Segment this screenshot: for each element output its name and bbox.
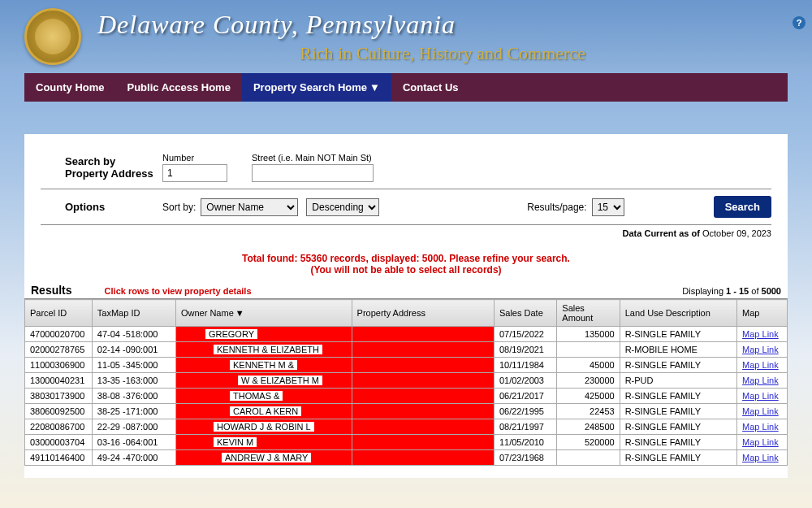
map-link[interactable]: Map Link xyxy=(742,406,779,416)
cell-map: Map Link xyxy=(737,327,788,342)
table-row[interactable]: 4911014640049-24 -470:000ANDREW J & MARY… xyxy=(25,450,788,466)
owner-text: THOMAS & xyxy=(230,391,283,401)
cell-sales-amount xyxy=(557,342,620,358)
owner-text: ANDREW J & MARY xyxy=(222,453,311,462)
cell-parcel-id: 03000003704 xyxy=(25,435,93,450)
results-per-page-select[interactable]: 15 xyxy=(592,198,624,216)
sort-by-label: Sort by: xyxy=(162,202,196,213)
table-row[interactable]: 3806009250038-25 -171:000CAROL A KERN06/… xyxy=(25,404,788,419)
cell-sales-date: 06/22/1995 xyxy=(494,404,556,419)
county-seal-logo xyxy=(24,8,81,65)
cell-sales-date: 08/21/1997 xyxy=(494,419,556,435)
cell-property-address xyxy=(352,435,494,450)
table-row[interactable]: 2208008670022-29 -087:000HOWARD J & ROBI… xyxy=(25,419,788,435)
cell-owner-name: KENNETH M & xyxy=(175,358,352,373)
displaying-range: 1 - 15 xyxy=(726,286,749,296)
cell-parcel-id: 13000040231 xyxy=(25,373,93,389)
data-current-label: Data Current as of xyxy=(623,228,700,238)
map-link[interactable]: Map Link xyxy=(742,376,779,385)
cell-sales-amount: 230000 xyxy=(557,373,620,389)
options-section-label: Options xyxy=(41,201,162,213)
col-parcel-id[interactable]: Parcel ID xyxy=(25,300,93,327)
col-property-address[interactable]: Property Address xyxy=(352,300,494,327)
sort-by-select[interactable]: Owner Name xyxy=(201,198,298,216)
results-header: Results Click rows to view property deta… xyxy=(24,284,788,299)
sort-desc-icon: ▼ xyxy=(235,308,244,318)
cell-owner-name: W & ELIZABETH M xyxy=(175,373,352,389)
col-taxmap-id[interactable]: TaxMap ID xyxy=(92,300,175,327)
search-button[interactable]: Search xyxy=(714,196,771,218)
cell-land-use: R-SINGLE FAMILY xyxy=(620,404,736,419)
nav-property-search-home[interactable]: Property Search Home▼ xyxy=(242,73,391,102)
cell-parcel-id: 22080086700 xyxy=(25,419,93,435)
cell-taxmap-id: 03-16 -064:001 xyxy=(92,435,175,450)
col-sales-date[interactable]: Sales Date xyxy=(494,300,556,327)
map-link[interactable]: Map Link xyxy=(742,437,779,447)
col-land-use[interactable]: Land Use Description xyxy=(620,300,736,327)
results-table: Parcel ID TaxMap ID Owner Name▼ Property… xyxy=(24,299,788,466)
map-link[interactable]: Map Link xyxy=(742,329,779,339)
street-label: Street (i.e. Main NOT Main St) xyxy=(252,153,374,163)
cell-sales-amount: 248500 xyxy=(557,419,620,435)
cell-land-use: R-SINGLE FAMILY xyxy=(620,389,736,404)
cell-owner-name: CAROL A KERN xyxy=(175,404,352,419)
cell-taxmap-id: 38-08 -376:000 xyxy=(92,389,175,404)
number-input[interactable] xyxy=(162,164,227,182)
nav-public-access-home[interactable]: Public Access Home xyxy=(116,73,242,102)
cell-map: Map Link xyxy=(737,419,788,435)
cell-sales-date: 11/05/2010 xyxy=(494,435,556,450)
cell-map: Map Link xyxy=(737,389,788,404)
cell-map: Map Link xyxy=(737,404,788,419)
cell-property-address xyxy=(352,342,494,358)
table-row[interactable]: 0200027876502-14 -090:001KENNETH & ELIZA… xyxy=(25,342,788,358)
warning-line1: Total found: 55360 records, displayed: 5… xyxy=(41,253,771,264)
map-link[interactable]: Map Link xyxy=(742,360,779,370)
cell-property-address xyxy=(352,419,494,435)
results-title: Results xyxy=(31,284,72,297)
col-map[interactable]: Map xyxy=(737,300,788,327)
table-row[interactable]: 0300000370403-16 -064:001KEVIN M11/05/20… xyxy=(25,435,788,450)
cell-sales-date: 06/21/2017 xyxy=(494,389,556,404)
cell-parcel-id: 02000278765 xyxy=(25,342,93,358)
cell-owner-name: GREGORY xyxy=(175,327,352,342)
cell-land-use: R-PUD xyxy=(620,373,736,389)
results-count: Displaying 1 - 15 of 5000 xyxy=(682,286,781,296)
nav-contact-us[interactable]: Contact Us xyxy=(391,73,470,102)
cell-owner-name: HOWARD J & ROBIN L xyxy=(175,419,352,435)
help-icon[interactable]: ? xyxy=(793,16,806,29)
table-row[interactable]: 3803017390038-08 -376:000THOMAS &06/21/2… xyxy=(25,389,788,404)
table-row[interactable]: 1300004023113-35 -163:000W & ELIZABETH M… xyxy=(25,373,788,389)
table-row[interactable]: 4700002070047-04 -518:000GREGORY07/15/20… xyxy=(25,327,788,342)
cell-land-use: R-SINGLE FAMILY xyxy=(620,435,736,450)
col-owner-label: Owner Name xyxy=(181,308,234,318)
options-row: Options Sort by: Owner Name Descending R… xyxy=(41,189,771,225)
table-row[interactable]: 1100030690011-05 -345:000KENNETH M &10/1… xyxy=(25,358,788,373)
cell-parcel-id: 47000020700 xyxy=(25,327,93,342)
cell-sales-date: 10/11/1984 xyxy=(494,358,556,373)
cell-parcel-id: 11000306900 xyxy=(25,358,93,373)
cell-map: Map Link xyxy=(737,358,788,373)
cell-map: Map Link xyxy=(737,373,788,389)
map-link[interactable]: Map Link xyxy=(742,345,779,354)
sort-dir-select[interactable]: Descending xyxy=(306,198,379,216)
cell-sales-date: 07/23/1968 xyxy=(494,450,556,466)
col-owner-name[interactable]: Owner Name▼ xyxy=(175,300,352,327)
cell-map: Map Link xyxy=(737,435,788,450)
displaying-prefix: Displaying xyxy=(682,286,723,296)
chevron-down-icon: ▼ xyxy=(369,81,380,93)
street-input[interactable] xyxy=(252,164,374,182)
nav-county-home[interactable]: County Home xyxy=(24,73,116,102)
cell-property-address xyxy=(352,389,494,404)
col-sales-amount[interactable]: Sales Amount xyxy=(557,300,620,327)
cell-property-address xyxy=(352,404,494,419)
cell-property-address xyxy=(352,450,494,466)
map-link[interactable]: Map Link xyxy=(742,453,779,462)
cell-sales-date: 01/02/2003 xyxy=(494,373,556,389)
search-label-line1: Search by xyxy=(65,155,115,167)
map-link[interactable]: Map Link xyxy=(742,422,779,432)
cell-parcel-id: 38030173900 xyxy=(25,389,93,404)
title-block: Delaware County, Pennsylvania Rich in Cu… xyxy=(97,10,788,64)
number-label: Number xyxy=(162,153,227,163)
content-area: Search by Property Address Number Street… xyxy=(24,134,788,478)
map-link[interactable]: Map Link xyxy=(742,391,779,401)
